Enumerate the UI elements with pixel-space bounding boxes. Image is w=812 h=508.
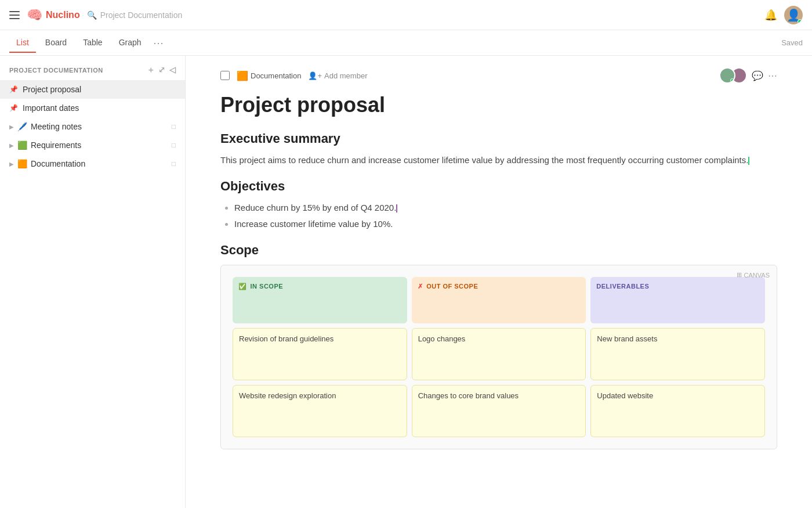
canvas-card-text: Logo changes (418, 334, 466, 343)
main-layout: PROJECT DOCUMENTATION ＋ ⤢ ◁ 📌 Project pr… (0, 56, 812, 508)
bell-icon[interactable]: 🔔 (764, 9, 777, 21)
sidebar-item-label: Important dates (23, 103, 176, 113)
tab-graph[interactable]: Graph (112, 33, 148, 53)
doc-tag-label: Documentation (251, 71, 301, 80)
doc-actions: 💬 ⋯ (752, 70, 777, 81)
more-options-icon[interactable]: ⋯ (768, 70, 777, 81)
executive-summary-text: This project aims to reduce churn and in… (220, 153, 777, 167)
cursor-purple (396, 204, 397, 212)
header-right: 💬 ⋯ (719, 67, 777, 84)
sidebar-item-requirements[interactable]: ▶ 🟩 Requirements □ (0, 136, 185, 154)
more-tabs-icon[interactable]: ⋯ (153, 37, 164, 49)
in-scope-label: IN SCOPE (251, 283, 284, 290)
deliverables-label: DELIVERABLES (596, 283, 649, 290)
sidebar-item-action: □ (172, 141, 176, 149)
sidebar-section-title: PROJECT DOCUMENTATION (9, 67, 103, 74)
add-member-button[interactable]: 👤+ Add member (308, 71, 367, 80)
hamburger-menu[interactable] (9, 11, 20, 19)
expand-icon[interactable]: ▶ (9, 124, 14, 130)
sidebar-expand-icon[interactable]: ⤢ (158, 65, 166, 75)
canvas-grid: ✅ IN SCOPE ✗ OUT OF SCOPE DELIVERABLES R… (233, 277, 765, 437)
documentation-icon: 🟧 (17, 159, 27, 168)
tab-list[interactable]: List (9, 33, 36, 53)
canvas-label: ⊞ CANVAS (737, 271, 770, 279)
doc-tag-icon: 🟧 (237, 70, 248, 81)
expand-icon[interactable]: ▶ (9, 161, 14, 167)
section-heading-objectives: Objectives (220, 179, 777, 194)
app-logo: 🧠 Nuclino (27, 8, 80, 23)
col-header-out-of-scope: ✗ OUT OF SCOPE (412, 277, 586, 323)
user-avatar[interactable]: 👤 (784, 6, 803, 24)
objective-item-2: Increase customer lifetime value by 10%. (234, 217, 777, 231)
canvas-card-changes-core-brand[interactable]: Changes to core brand values (412, 385, 586, 437)
col-header-in-scope: ✅ IN SCOPE (233, 277, 407, 323)
search-bar[interactable]: 🔍 Project Documentation (87, 10, 757, 20)
sidebar-item-action: □ (172, 160, 176, 168)
meeting-notes-icon: 🖊️ (17, 122, 27, 131)
requirements-icon: 🟩 (17, 140, 27, 150)
sidebar-item-documentation[interactable]: ▶ 🟧 Documentation □ (0, 154, 185, 173)
sidebar-item-label: Requirements (31, 140, 168, 150)
scope-canvas: ⊞ CANVAS ✅ IN SCOPE ✗ OUT OF SCOPE DELIV… (220, 265, 777, 449)
sidebar-item-label: Documentation (31, 159, 168, 168)
search-icon: 🔍 (87, 10, 97, 20)
top-nav: 🧠 Nuclino 🔍 Project Documentation 🔔 👤 (0, 0, 812, 30)
in-scope-icon: ✅ (238, 283, 247, 290)
sidebar-header: PROJECT DOCUMENTATION ＋ ⤢ ◁ (0, 56, 185, 80)
collab-avatar-1 (719, 67, 735, 84)
logo-icon: 🧠 (27, 8, 42, 23)
sidebar: PROJECT DOCUMENTATION ＋ ⤢ ◁ 📌 Project pr… (0, 56, 186, 508)
objective-item-1: Reduce churn by 15% by end of Q4 2020. (234, 201, 777, 215)
canvas-card-logo-changes[interactable]: Logo changes (412, 328, 586, 380)
canvas-card-updated-website[interactable]: Updated website (590, 385, 765, 437)
doc-tag: 🟧 Documentation (237, 70, 301, 81)
section-heading-scope: Scope (220, 243, 777, 258)
online-dot (730, 78, 734, 82)
sidebar-item-important-dates[interactable]: 📌 Important dates (0, 99, 185, 117)
canvas-card-text: Changes to core brand values (418, 391, 519, 400)
search-placeholder: Project Documentation (100, 10, 183, 20)
expand-icon[interactable]: ▶ (9, 142, 14, 149)
canvas-label-text: CANVAS (744, 272, 770, 279)
content-area: 🟧 Documentation 👤+ Add member 💬 ⋯ (186, 56, 812, 508)
canvas-card-text: Updated website (597, 391, 653, 400)
canvas-icon: ⊞ (737, 271, 742, 279)
pin-icon: 📌 (9, 85, 18, 93)
tab-table[interactable]: Table (76, 33, 109, 53)
view-tabs: List Board Table Graph ⋯ Saved (0, 30, 812, 56)
add-member-icon: 👤+ (308, 71, 322, 80)
col-header-deliverables: DELIVERABLES (590, 277, 765, 323)
canvas-card-text: New brand assets (597, 334, 657, 343)
canvas-card-new-brand-assets[interactable]: New brand assets (590, 328, 765, 380)
out-of-scope-icon: ✗ (418, 283, 423, 290)
out-of-scope-label: OUT OF SCOPE (426, 283, 478, 290)
doc-title: Project proposal (220, 93, 777, 117)
sidebar-item-label: Meeting notes (31, 122, 168, 131)
sidebar-header-actions: ＋ ⤢ ◁ (147, 65, 176, 75)
canvas-card-revision-brand[interactable]: Revision of brand guidelines (233, 328, 407, 380)
sidebar-item-project-proposal[interactable]: 📌 Project proposal (0, 80, 185, 99)
canvas-card-website-redesign[interactable]: Website redesign exploration (233, 385, 407, 437)
doc-checkbox[interactable] (220, 71, 230, 80)
canvas-card-text: Revision of brand guidelines (239, 334, 334, 343)
sidebar-collapse-icon[interactable]: ◁ (169, 65, 176, 75)
saved-status: Saved (781, 38, 803, 47)
sidebar-item-action: □ (172, 123, 176, 131)
collab-avatars (719, 67, 747, 84)
objectives-list: Reduce churn by 15% by end of Q4 2020. I… (220, 201, 777, 231)
nav-right: 🔔 👤 (764, 6, 803, 24)
sidebar-add-icon[interactable]: ＋ (147, 65, 155, 75)
section-heading-executive-summary: Executive summary (220, 131, 777, 146)
sidebar-item-meeting-notes[interactable]: ▶ 🖊️ Meeting notes □ (0, 117, 185, 136)
canvas-card-text: Website redesign exploration (239, 391, 336, 400)
comment-icon[interactable]: 💬 (752, 70, 763, 81)
cursor-green (748, 157, 749, 165)
tab-board[interactable]: Board (38, 33, 74, 53)
user-online-indicator (798, 19, 802, 24)
doc-header: 🟧 Documentation 👤+ Add member 💬 ⋯ (220, 56, 777, 88)
sidebar-item-label: Project proposal (23, 85, 176, 94)
add-member-label: Add member (324, 71, 367, 80)
pin-icon: 📌 (9, 104, 18, 112)
app-name: Nuclino (46, 10, 80, 20)
